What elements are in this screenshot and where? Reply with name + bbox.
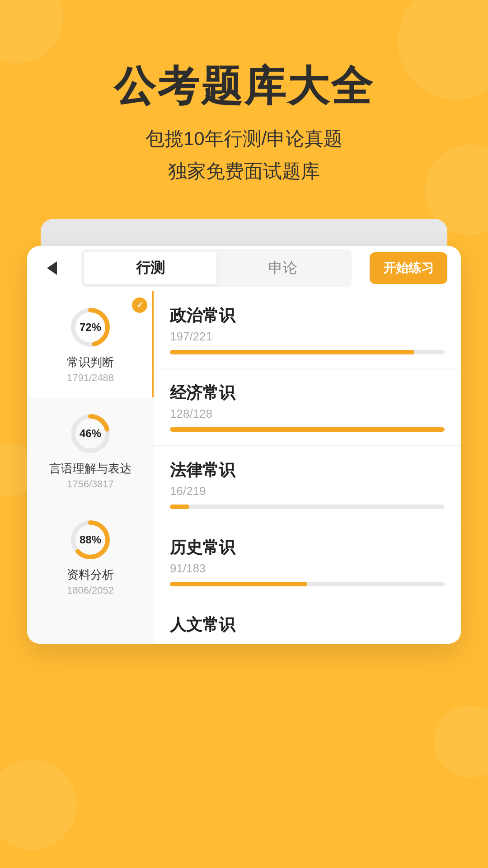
deco-circle-bottom-right <box>434 705 488 778</box>
subtitle-line2: 独家免费面试题库 <box>0 155 488 187</box>
hero-subtitle: 包揽10年行测/申论真题 独家免费面试题库 <box>0 123 488 187</box>
right-item-count-zhengzhi: 197/221 <box>170 330 445 344</box>
left-item-name-changjian: 常识判断 <box>36 354 145 370</box>
progress-fill-falv <box>170 505 189 509</box>
right-item-renwen[interactable]: 人文常识 <box>154 600 461 644</box>
card-stack: 行测 申论 开始练习 ✓ 72% <box>27 210 461 644</box>
progress-bg-falv <box>170 505 445 509</box>
hero-section: 公考题库大全 包揽10年行测/申论真题 独家免费面试题库 <box>0 0 488 210</box>
subtitle-line1: 包揽10年行测/申论真题 <box>0 123 488 155</box>
progress-bg-jingji <box>170 427 445 432</box>
start-practice-button[interactable]: 开始练习 <box>370 252 447 284</box>
donut-yanyu: 46% <box>68 411 113 456</box>
right-item-count-lishi: 91/183 <box>170 561 445 576</box>
donut-changjian: 72% <box>68 305 113 350</box>
right-item-zhengzhi[interactable]: 政治常识 197/221 <box>154 291 461 368</box>
donut-ziliao: 88% <box>68 517 113 562</box>
left-item-changjian[interactable]: ✓ 72% 常识判断 1791/2488 <box>27 291 154 397</box>
back-icon <box>47 261 57 275</box>
tab-xingce[interactable]: 行测 <box>84 252 216 284</box>
right-item-name-lishi: 历史常识 <box>170 537 445 559</box>
progress-fill-zhengzhi <box>170 350 414 354</box>
donut-label-ziliao: 88% <box>80 533 101 546</box>
left-item-name-yanyu: 言语理解与表达 <box>36 461 145 476</box>
right-item-count-falv: 16/219 <box>170 484 445 498</box>
tab-group: 行测 申论 <box>81 249 352 287</box>
hero-title: 公考题库大全 <box>0 63 488 109</box>
right-item-name-falv: 法律常识 <box>170 459 445 481</box>
right-item-name-zhengzhi: 政治常识 <box>170 305 445 327</box>
left-panel: ✓ 72% 常识判断 1791/2488 <box>27 291 154 644</box>
donut-label-changjian: 72% <box>80 321 101 334</box>
right-item-name-renwen: 人文常识 <box>170 614 445 636</box>
left-item-name-ziliao: 资料分析 <box>36 567 145 583</box>
right-item-name-jingji: 经济常识 <box>170 382 445 404</box>
back-button[interactable] <box>41 257 63 279</box>
tab-shenlun[interactable]: 申论 <box>216 252 349 284</box>
progress-fill-jingji <box>170 427 445 432</box>
left-item-count-changjian: 1791/2488 <box>36 372 145 384</box>
deco-circle-bottom-left <box>0 760 77 850</box>
left-item-ziliao[interactable]: 88% 资料分析 1806/2052 <box>27 504 154 610</box>
right-item-lishi[interactable]: 历史常识 91/183 <box>154 523 461 600</box>
card-body: ✓ 72% 常识判断 1791/2488 <box>27 291 461 644</box>
progress-bg-lishi <box>170 582 445 586</box>
progress-fill-lishi <box>170 582 307 586</box>
right-item-falv[interactable]: 法律常识 16/219 <box>154 446 461 523</box>
left-item-count-yanyu: 1756/3817 <box>36 478 145 490</box>
progress-bg-zhengzhi <box>170 350 445 354</box>
right-item-count-jingji: 128/128 <box>170 407 445 421</box>
check-badge-changjian: ✓ <box>132 297 147 313</box>
right-panel: 政治常识 197/221 经济常识 128/128 法律常识 <box>154 291 461 644</box>
left-item-yanyu[interactable]: 46% 言语理解与表达 1756/3817 <box>27 397 154 504</box>
left-item-count-ziliao: 1806/2052 <box>36 585 145 596</box>
right-item-jingji[interactable]: 经济常识 128/128 <box>154 368 461 446</box>
main-card: 行测 申论 开始练习 ✓ 72% <box>27 246 461 644</box>
donut-label-yanyu: 46% <box>80 427 101 440</box>
check-mark: ✓ <box>136 300 143 310</box>
card-header: 行测 申论 开始练习 <box>27 246 461 291</box>
